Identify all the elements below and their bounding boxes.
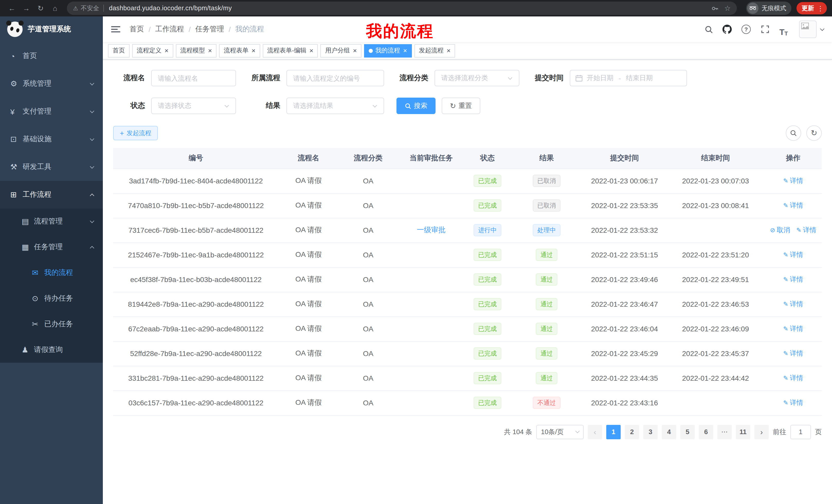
end-date-placeholder[interactable]: 结束日期 (626, 74, 653, 83)
close-icon[interactable]: × (447, 47, 450, 54)
close-icon[interactable]: × (208, 47, 212, 54)
page-button[interactable]: 11 (736, 425, 750, 439)
process-def-input[interactable] (286, 70, 384, 86)
detail-button[interactable]: ✎详情 (783, 373, 803, 383)
sidebar-item-task-mgmt[interactable]: ▦任务管理 (0, 234, 103, 260)
process-category: OA (363, 399, 373, 407)
sidebar-item-devtools[interactable]: ⚒研发工具 (0, 153, 103, 181)
breadcrumb-item[interactable]: 首页 (130, 25, 144, 34)
detail-button[interactable]: ✎详情 (783, 201, 803, 210)
action-label: 详情 (790, 201, 803, 210)
detail-button[interactable]: ✎详情 (783, 176, 803, 186)
search-button[interactable]: 搜索 (396, 97, 436, 114)
start-date-placeholder[interactable]: 开始日期 (587, 74, 614, 83)
sidebar-item-home[interactable]: ◔首页 (0, 42, 103, 70)
sidebar-item-my-process[interactable]: ✉我的流程 (0, 260, 103, 286)
submit-time-range[interactable]: 开始日期 - 结束日期 (570, 70, 687, 86)
page-button[interactable]: 1 (606, 425, 621, 439)
browser-menu-icon[interactable]: ⋮ (817, 4, 824, 12)
detail-button[interactable]: ✎详情 (783, 250, 803, 259)
category-select[interactable]: 请选择流程分类 (435, 70, 519, 86)
breadcrumb-item[interactable]: 工作流程 (155, 25, 184, 34)
cancel-button[interactable]: ⊘取消 (770, 226, 790, 235)
create-process-button[interactable]: + 发起流程 (113, 126, 158, 140)
back-icon[interactable]: ← (5, 2, 19, 15)
chevron-up-icon (90, 246, 94, 250)
github-icon[interactable] (720, 22, 734, 36)
security-label[interactable]: 不安全 (81, 4, 99, 12)
breadcrumb-item[interactable]: 任务管理 (196, 25, 224, 34)
result-select[interactable]: 请选择流结果 (286, 97, 384, 114)
help-icon[interactable] (742, 25, 751, 34)
close-icon[interactable]: × (310, 47, 313, 54)
forward-icon[interactable]: → (20, 2, 33, 15)
sidebar-item-workflow[interactable]: ⊞工作流程 (0, 181, 103, 208)
view-tab[interactable]: 流程表单× (219, 44, 260, 57)
home-icon[interactable]: ⌂ (48, 2, 62, 15)
column-header: 编号 (113, 148, 279, 169)
more-pages-button[interactable]: ⋯ (717, 425, 732, 439)
page-size-select[interactable]: 10条/页 (536, 425, 583, 439)
prev-page-button[interactable]: ‹ (588, 425, 602, 439)
detail-button[interactable]: ✎详情 (783, 275, 803, 284)
browser-viewport: 芋道管理系统 ◔首页⚙系统管理¥支付管理⊡基础设施⚒研发工具⊞工作流程▤流程管理… (0, 17, 832, 504)
view-tab[interactable]: 流程定义× (132, 44, 173, 57)
process-name-input[interactable] (151, 70, 236, 86)
view-tab[interactable]: 首页 (108, 44, 130, 57)
goto-page-input[interactable] (790, 425, 811, 439)
font-size-icon[interactable] (777, 22, 791, 36)
page-button[interactable]: 4 (662, 425, 676, 439)
key-icon[interactable] (711, 4, 719, 12)
search-toggle-button[interactable] (786, 125, 801, 141)
view-tab[interactable]: 流程模型× (176, 44, 216, 57)
page-button[interactable]: 2 (625, 425, 639, 439)
table-cell: 7317cec6-7b9b-11ec-b5b7-acde48001122 (113, 218, 279, 243)
status-select[interactable]: 请选择状态 (151, 97, 236, 114)
current-task-link[interactable]: 一级审批 (417, 226, 446, 234)
view-tab[interactable]: 流程表单-编辑× (263, 44, 318, 57)
view-tab[interactable]: 我的流程× (364, 44, 412, 57)
detail-button[interactable]: ✎详情 (783, 349, 803, 358)
table-cell: OA 请假 (279, 243, 338, 267)
update-button[interactable]: 更新 ⋮ (797, 2, 827, 15)
fullscreen-icon[interactable] (758, 22, 772, 36)
bookmark-star-icon[interactable]: ☆ (724, 4, 731, 12)
search-icon[interactable] (701, 22, 716, 36)
page-button[interactable]: 6 (699, 425, 713, 439)
close-icon[interactable]: × (403, 47, 407, 54)
reload-icon[interactable]: ↻ (34, 2, 47, 15)
view-tab[interactable]: 发起流程× (414, 44, 455, 57)
process-name: OA 请假 (295, 275, 322, 283)
address-bar[interactable]: ⚠ 不安全 dashboard.yudao.iocoder.cn/bpm/tas… (67, 2, 737, 15)
result-tag: 通过 (536, 323, 557, 335)
sidebar-item-done-tasks[interactable]: ✂已办任务 (0, 311, 103, 337)
incognito-badge[interactable]: 无痕模式 (746, 2, 791, 15)
detail-button[interactable]: ✎详情 (783, 324, 803, 333)
url-text[interactable]: dashboard.yudao.iocoder.cn/bpm/task/my (109, 5, 232, 12)
page-button[interactable]: 5 (680, 425, 695, 439)
reset-button[interactable]: ↻ 重置 (442, 97, 480, 114)
sidebar-item-system[interactable]: ⚙系统管理 (0, 70, 103, 97)
refresh-button[interactable]: ↻ (806, 125, 822, 141)
status-tag: 已完成 (474, 347, 501, 360)
next-page-button[interactable]: › (754, 425, 769, 439)
close-icon[interactable]: × (164, 47, 168, 54)
close-icon[interactable]: × (353, 47, 357, 54)
view-tab[interactable]: 用户分组× (321, 44, 362, 57)
sidebar-item-leave-query[interactable]: ♟请假查询 (0, 337, 103, 363)
detail-button[interactable]: ✎详情 (783, 300, 803, 309)
detail-button[interactable]: ✎详情 (783, 398, 803, 408)
page-button[interactable]: 3 (643, 425, 658, 439)
chevron-down-icon[interactable] (820, 26, 825, 31)
close-icon[interactable]: × (252, 47, 255, 54)
collapse-sidebar-icon[interactable] (111, 26, 120, 32)
sidebar-item-todo-tasks[interactable]: ⊙待办任务 (0, 286, 103, 311)
sidebar-item-payment[interactable]: ¥支付管理 (0, 97, 103, 125)
sidebar-item-infra[interactable]: ⊡基础设施 (0, 125, 103, 153)
avatar[interactable] (799, 21, 816, 38)
sidebar-logo[interactable]: 芋道管理系统 (0, 17, 103, 42)
sidebar-item-process-mgmt[interactable]: ▤流程管理 (0, 208, 103, 234)
panda-eyes (10, 26, 14, 31)
detail-button[interactable]: ✎详情 (796, 226, 816, 235)
process-category: OA (363, 300, 373, 308)
